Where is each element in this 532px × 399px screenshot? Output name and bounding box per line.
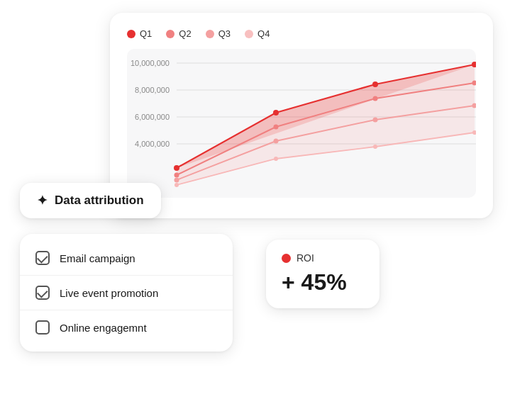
svg-point-16 <box>174 173 179 178</box>
roi-card: ROI + 45% <box>266 240 379 308</box>
chart-legend: Q1 Q2 Q3 Q4 <box>127 28 476 39</box>
data-attribution-badge: ✦ Data attribution <box>20 183 161 218</box>
legend-dot-q3 <box>206 30 214 38</box>
checklist-item-online[interactable]: Online engagemnt <box>20 310 233 344</box>
checklist-item-email[interactable]: Email campaign <box>20 241 233 276</box>
svg-point-21 <box>274 139 279 144</box>
svg-point-26 <box>373 145 377 149</box>
svg-text:6,000,000: 6,000,000 <box>135 113 170 121</box>
roi-dot <box>282 254 291 263</box>
checklist-label-live: Live event promotion <box>60 287 158 299</box>
legend-dot-q4 <box>245 30 253 38</box>
legend-label-q1: Q1 <box>140 28 152 39</box>
checkbox-online[interactable] <box>35 320 50 335</box>
svg-point-20 <box>174 178 179 183</box>
svg-point-22 <box>373 118 378 123</box>
data-attribution-label: Data attribution <box>55 193 144 208</box>
roi-label-row: ROI <box>282 252 364 264</box>
chart-card: Q1 Q2 Q3 Q4 10,000,000 8,000,000 6,000,0… <box>110 13 493 218</box>
svg-point-14 <box>372 82 378 87</box>
legend-label-q2: Q2 <box>179 28 191 39</box>
checklist-card: Email campaign Live event promotion Onli… <box>20 234 233 352</box>
checkbox-live[interactable] <box>35 286 50 300</box>
legend-q1: Q1 <box>127 28 152 39</box>
checklist-item-live[interactable]: Live event promotion <box>20 276 233 310</box>
svg-point-13 <box>273 110 279 116</box>
chart-svg: 10,000,000 8,000,000 6,000,000 4,000,000 <box>127 49 476 198</box>
svg-point-24 <box>174 183 179 187</box>
checklist-label-online: Online engagemnt <box>60 322 147 334</box>
svg-text:10,000,000: 10,000,000 <box>131 59 170 67</box>
chart-area: 10,000,000 8,000,000 6,000,000 4,000,000 <box>127 49 476 198</box>
legend-label-q3: Q3 <box>218 28 231 39</box>
svg-point-18 <box>373 96 378 101</box>
legend-q4: Q4 <box>245 28 270 39</box>
svg-text:4,000,000: 4,000,000 <box>135 140 170 148</box>
legend-q2: Q2 <box>166 28 191 39</box>
checkbox-email[interactable] <box>35 251 50 265</box>
svg-point-12 <box>174 165 179 171</box>
roi-label: ROI <box>297 252 314 264</box>
checklist-label-email: Email campaign <box>60 252 135 264</box>
legend-q3: Q3 <box>206 28 231 39</box>
svg-point-17 <box>274 125 279 130</box>
sparkle-icon: ✦ <box>37 193 48 208</box>
svg-text:8,000,000: 8,000,000 <box>135 86 170 94</box>
svg-point-25 <box>274 157 278 161</box>
legend-dot-q2 <box>166 30 174 38</box>
roi-value: + 45% <box>282 269 364 296</box>
legend-label-q4: Q4 <box>257 28 270 39</box>
legend-dot-q1 <box>127 30 135 38</box>
